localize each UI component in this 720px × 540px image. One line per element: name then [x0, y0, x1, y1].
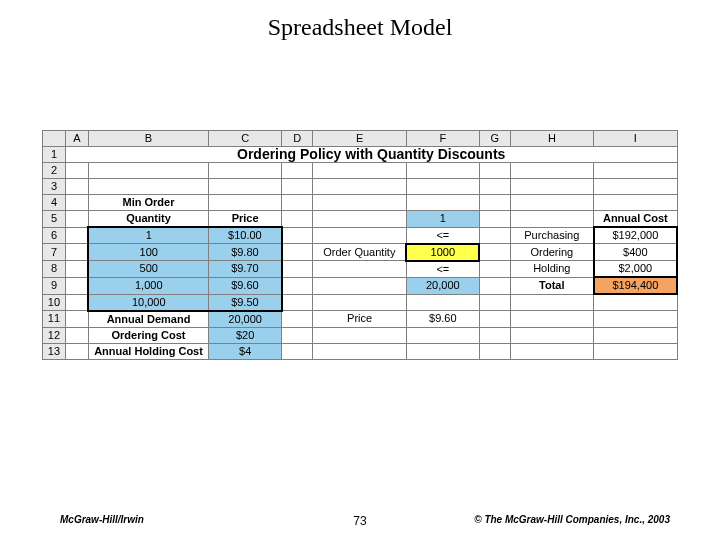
cell-B9: 1,000 — [88, 277, 208, 294]
rowhdr-4: 4 — [43, 195, 66, 211]
rowhdr-10: 10 — [43, 294, 66, 311]
rowhdr-2: 2 — [43, 163, 66, 179]
sheet-table: A B C D E F G H I 1 Ordering Policy with… — [42, 130, 678, 360]
slide-title: Spreadsheet Model — [0, 14, 720, 41]
cell-E7: Order Quantity — [313, 244, 407, 261]
row-1: 1 Ordering Policy with Quantity Discount… — [43, 147, 678, 163]
row-6: 6 1 $10.00 <= Purchasing $192,000 — [43, 227, 678, 244]
rowhdr-11: 11 — [43, 311, 66, 328]
rowhdr-12: 12 — [43, 327, 66, 343]
col-B: B — [88, 131, 208, 147]
corner-cell — [43, 131, 66, 147]
rowhdr-8: 8 — [43, 261, 66, 278]
row-4: 4 Min Order — [43, 195, 678, 211]
row-10: 10 10,000 $9.50 — [43, 294, 678, 311]
cell-C10: $9.50 — [209, 294, 282, 311]
rowhdr-3: 3 — [43, 179, 66, 195]
cell-I9: $194,400 — [594, 277, 677, 294]
cell-F7: 1000 — [406, 244, 479, 261]
row-11: 11 Annual Demand 20,000 Price $9.60 — [43, 311, 678, 328]
cell-I6: $192,000 — [594, 227, 677, 244]
rowhdr-1: 1 — [43, 147, 66, 163]
cell-F8: <= — [406, 261, 479, 278]
cell-H8: Holding — [510, 261, 593, 278]
cell-B7: 100 — [88, 244, 208, 261]
row-13: 13 Annual Holding Cost $4 — [43, 343, 678, 359]
cell-F5: 1 — [406, 211, 479, 228]
cell-I5: Annual Cost — [594, 211, 677, 228]
rowhdr-9: 9 — [43, 277, 66, 294]
spreadsheet: A B C D E F G H I 1 Ordering Policy with… — [42, 130, 678, 360]
cell-B10: 10,000 — [88, 294, 208, 311]
sheet-title: Ordering Policy with Quantity Discounts — [65, 147, 677, 163]
col-I: I — [594, 131, 677, 147]
col-G: G — [479, 131, 510, 147]
col-A: A — [65, 131, 88, 147]
cell-B4: Min Order — [88, 195, 208, 211]
cell-C13: $4 — [209, 343, 282, 359]
row-3: 3 — [43, 179, 678, 195]
rowhdr-13: 13 — [43, 343, 66, 359]
cell-C11: 20,000 — [209, 311, 282, 328]
row-9: 9 1,000 $9.60 20,000 Total $194,400 — [43, 277, 678, 294]
row-8: 8 500 $9.70 <= Holding $2,000 — [43, 261, 678, 278]
cell-C6: $10.00 — [209, 227, 282, 244]
col-F: F — [406, 131, 479, 147]
footer-copyright: © The McGraw-Hill Companies, Inc., 2003 — [474, 514, 670, 525]
cell-B5: Quantity — [88, 211, 208, 228]
col-H: H — [510, 131, 593, 147]
row-5: 5 Quantity Price 1 Annual Cost — [43, 211, 678, 228]
col-C: C — [209, 131, 282, 147]
cell-H6: Purchasing — [510, 227, 593, 244]
cell-C7: $9.80 — [209, 244, 282, 261]
cell-B6: 1 — [88, 227, 208, 244]
rowhdr-6: 6 — [43, 227, 66, 244]
row-7: 7 100 $9.80 Order Quantity 1000 Ordering… — [43, 244, 678, 261]
cell-C8: $9.70 — [209, 261, 282, 278]
cell-H9: Total — [510, 277, 593, 294]
cell-C5: Price — [209, 211, 282, 228]
rowhdr-7: 7 — [43, 244, 66, 261]
cell-B13: Annual Holding Cost — [88, 343, 208, 359]
col-header-row: A B C D E F G H I — [43, 131, 678, 147]
cell-B12: Ordering Cost — [88, 327, 208, 343]
cell-F6: <= — [406, 227, 479, 244]
cell-E11: Price — [313, 311, 407, 328]
col-E: E — [313, 131, 407, 147]
cell-C9: $9.60 — [209, 277, 282, 294]
cell-H7: Ordering — [510, 244, 593, 261]
cell-I8: $2,000 — [594, 261, 677, 278]
cell-C12: $20 — [209, 327, 282, 343]
cell-I7: $400 — [594, 244, 677, 261]
cell-B11: Annual Demand — [88, 311, 208, 328]
cell-B8: 500 — [88, 261, 208, 278]
cell-F9: 20,000 — [406, 277, 479, 294]
row-12: 12 Ordering Cost $20 — [43, 327, 678, 343]
row-2: 2 — [43, 163, 678, 179]
cell-F11: $9.60 — [406, 311, 479, 328]
col-D: D — [282, 131, 313, 147]
rowhdr-5: 5 — [43, 211, 66, 228]
